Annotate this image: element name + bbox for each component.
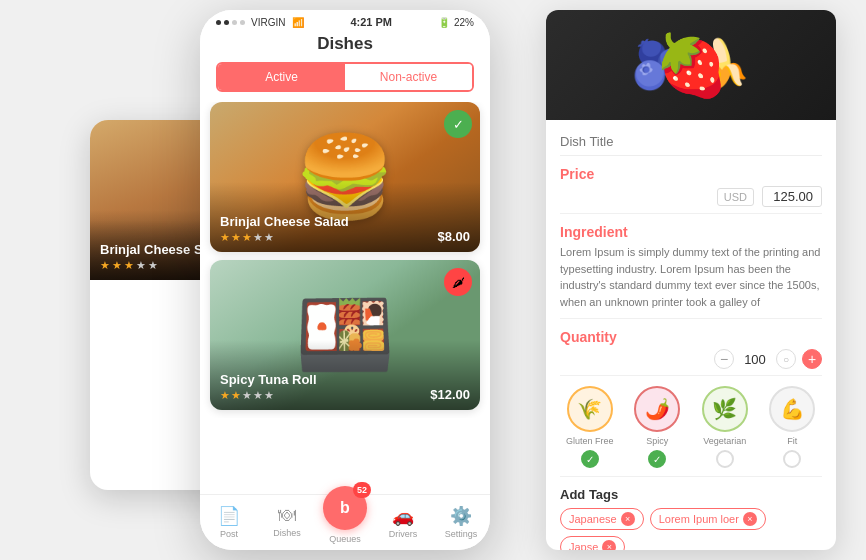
- status-carrier: VIRGIN 📶: [216, 17, 304, 28]
- qty-value: 100: [740, 352, 770, 367]
- gluten-free-icon: 🌾: [567, 386, 613, 432]
- tab-inactive[interactable]: Non-active: [345, 64, 472, 90]
- tag-japse: Japse ×: [560, 536, 625, 550]
- post-icon: 📄: [218, 505, 240, 527]
- detail-image: 🫐🍌: [546, 10, 836, 120]
- tag-japse-remove[interactable]: ×: [602, 540, 616, 550]
- veg-badge-main: ✓: [444, 110, 472, 138]
- tags-row: Japanese × Lorem Ipum loer × Japse ×: [560, 508, 822, 550]
- fit-check[interactable]: [783, 450, 801, 468]
- star-5: ★: [148, 259, 158, 272]
- settings-icon: ⚙️: [450, 505, 472, 527]
- spicy-check[interactable]: ✓: [648, 450, 666, 468]
- star-4: ★: [136, 259, 146, 272]
- dietary-gluten-free: 🌾 Gluten Free ✓: [560, 386, 620, 468]
- gluten-check[interactable]: ✓: [581, 450, 599, 468]
- vegetarian-icon: 🌿: [702, 386, 748, 432]
- status-bar: VIRGIN 📶 4:21 PM 🔋 22%: [200, 10, 490, 30]
- dish-info-burger: Brinjal Cheese Salad ★ ★ ★ ★ ★ $8.00: [220, 214, 470, 244]
- drivers-icon: 🚗: [392, 505, 414, 527]
- star-3: ★: [124, 259, 134, 272]
- nav-post-label: Post: [220, 529, 238, 539]
- ingredient-text: Lorem Ipsum is simply dummy text of the …: [560, 244, 822, 319]
- time-display: 4:21 PM: [350, 16, 392, 28]
- veg-check[interactable]: [716, 450, 734, 468]
- qty-decrease-btn[interactable]: −: [714, 349, 734, 369]
- bottom-nav: 📄 Post 🍽 Dishes b 52 Queues 🚗 Drivers ⚙️…: [200, 494, 490, 550]
- fit-label: Fit: [787, 436, 797, 446]
- signal-dot-1: [216, 20, 221, 25]
- price-value[interactable]: 125.00: [762, 186, 822, 207]
- wifi-icon: 📶: [292, 17, 304, 28]
- sushi-stars: ★ ★ ★ ★ ★: [220, 389, 317, 402]
- currency-label: USD: [717, 188, 754, 206]
- b-star-4: ★: [253, 231, 263, 244]
- detail-body: Price USD 125.00 Ingredient Lorem Ipsum …: [546, 120, 836, 550]
- sushi-title: Spicy Tuna Roll: [220, 372, 317, 387]
- tab-active[interactable]: Active: [218, 64, 345, 90]
- page-title: Dishes: [317, 34, 373, 53]
- veg-label: Vegetarian: [703, 436, 746, 446]
- phone-header: Dishes: [200, 30, 490, 62]
- b-star-2: ★: [231, 231, 241, 244]
- dishes-icon: 🍽: [278, 505, 296, 526]
- sushi-price: $12.00: [430, 387, 470, 402]
- dish-title-input[interactable]: [560, 130, 822, 156]
- tags-section: Add Tags Japanese × Lorem Ipum loer × Ja…: [560, 487, 822, 550]
- queue-badge: 52: [353, 482, 371, 498]
- signal-dot-2: [224, 20, 229, 25]
- nav-drivers[interactable]: 🚗 Drivers: [374, 505, 432, 539]
- s-star-3: ★: [242, 389, 252, 402]
- dietary-spicy: 🌶️ Spicy ✓: [628, 386, 688, 468]
- price-label: Price: [560, 166, 822, 182]
- dish-list: ✓ Brinjal Cheese Salad ★ ★ ★ ★ ★ $8.00: [200, 102, 490, 418]
- price-row: USD 125.00: [560, 186, 822, 214]
- qty-increase-btn[interactable]: +: [802, 349, 822, 369]
- signal-dot-3: [232, 20, 237, 25]
- s-star-2: ★: [231, 389, 241, 402]
- main-phone: VIRGIN 📶 4:21 PM 🔋 22% Dishes Active Non…: [200, 10, 490, 550]
- queue-btn[interactable]: b 52: [323, 486, 367, 530]
- dish-card-burger[interactable]: ✓ Brinjal Cheese Salad ★ ★ ★ ★ ★ $8.00: [210, 102, 480, 252]
- star-2: ★: [112, 259, 122, 272]
- battery-pct: 22%: [454, 17, 474, 28]
- dietary-vegetarian: 🌿 Vegetarian: [695, 386, 755, 468]
- detail-panel: 🫐🍌 Price USD 125.00 Ingredient Lorem Ips…: [546, 10, 836, 550]
- nav-settings[interactable]: ⚙️ Settings: [432, 505, 490, 539]
- tag-japanese-label: Japanese: [569, 513, 617, 525]
- tag-lorem: Lorem Ipum loer ×: [650, 508, 766, 530]
- b-star-3: ★: [242, 231, 252, 244]
- nav-drivers-label: Drivers: [389, 529, 418, 539]
- burger-stars: ★ ★ ★ ★ ★: [220, 231, 349, 244]
- b-star-1: ★: [220, 231, 230, 244]
- s-star-5: ★: [264, 389, 274, 402]
- nav-post[interactable]: 📄 Post: [200, 505, 258, 539]
- s-star-1: ★: [220, 389, 230, 402]
- burger-price: $8.00: [437, 229, 470, 244]
- spicy-label: Spicy: [646, 436, 668, 446]
- nav-settings-label: Settings: [445, 529, 478, 539]
- quantity-controls: − 100 ○ +: [714, 349, 822, 369]
- spicy-icon: 🌶️: [634, 386, 680, 432]
- battery-icon: 🔋: [438, 17, 450, 28]
- detail-img-placeholder: 🫐🍌: [631, 37, 751, 93]
- dietary-fit: 💪 Fit: [763, 386, 823, 468]
- nav-queues-label: Queues: [329, 534, 361, 544]
- ingredient-label: Ingredient: [560, 224, 822, 240]
- tag-japanese: Japanese ×: [560, 508, 644, 530]
- spicy-badge: 🌶: [444, 268, 472, 296]
- qty-circle: ○: [776, 349, 796, 369]
- nav-queues[interactable]: b 52 Queues: [316, 500, 374, 544]
- tag-japanese-remove[interactable]: ×: [621, 512, 635, 526]
- nav-dishes[interactable]: 🍽 Dishes: [258, 505, 316, 538]
- dietary-row: 🌾 Gluten Free ✓ 🌶️ Spicy ✓ 🌿 Vegetarian …: [560, 386, 822, 477]
- gluten-label: Gluten Free: [566, 436, 614, 446]
- tab-bar[interactable]: Active Non-active: [216, 62, 474, 92]
- tag-lorem-label: Lorem Ipum loer: [659, 513, 739, 525]
- tag-lorem-remove[interactable]: ×: [743, 512, 757, 526]
- dish-info-sushi: Spicy Tuna Roll ★ ★ ★ ★ ★ $12.00: [220, 372, 470, 402]
- dish-card-sushi[interactable]: 🌶 Spicy Tuna Roll ★ ★ ★ ★ ★ $12.00: [210, 260, 480, 410]
- queue-icon: b: [340, 499, 350, 517]
- signal-dot-4: [240, 20, 245, 25]
- quantity-label: Quantity: [560, 329, 822, 345]
